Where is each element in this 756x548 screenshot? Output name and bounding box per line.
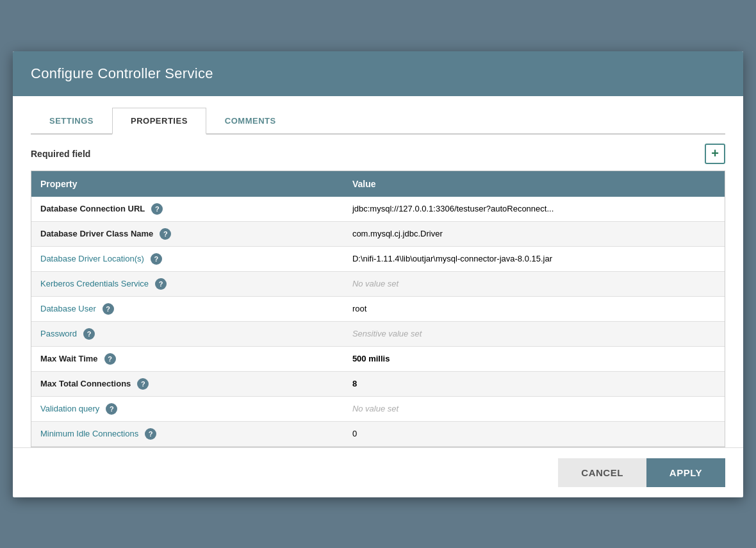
help-icon[interactable]: ?: [83, 328, 95, 340]
prop-value-cell[interactable]: D:\nifi-1.11.4\lib\outjar\mysql-connecto…: [343, 246, 725, 271]
prop-value: No value set: [352, 279, 399, 288]
prop-value-cell[interactable]: Sensitive value set: [343, 321, 725, 346]
help-icon[interactable]: ?: [145, 428, 156, 440]
apply-button[interactable]: APPLY: [646, 458, 725, 487]
prop-value-cell[interactable]: 0: [343, 421, 725, 446]
prop-value: com.mysql.cj.jdbc.Driver: [352, 229, 443, 238]
prop-name-cell: Database Driver Class Name?: [31, 221, 343, 246]
prop-name-cell: Max Idle Connections?: [31, 446, 343, 447]
required-field-row: Required field +: [31, 135, 725, 170]
prop-name-cell: Kerberos Credentials Service?: [31, 271, 343, 296]
help-icon[interactable]: ?: [137, 378, 149, 390]
help-icon[interactable]: ?: [104, 353, 116, 365]
prop-name-cell: Max Total Connections?: [31, 371, 343, 396]
col-property: Property: [31, 171, 343, 197]
dialog-title: Configure Controller Service: [31, 65, 213, 81]
prop-name: Kerberos Credentials Service: [40, 279, 149, 288]
prop-name: Database Driver Location(s): [40, 254, 144, 263]
prop-name: Minimum Idle Connections: [40, 429, 138, 438]
table-row: Max Total Connections?8: [31, 371, 725, 396]
prop-name-cell: Database User?: [31, 296, 343, 321]
prop-value-cell[interactable]: com.mysql.cj.jdbc.Driver: [343, 221, 725, 246]
table-row: Max Idle Connections?8: [31, 446, 725, 447]
prop-value: jdbc:mysql://127.0.0.1:3306/testuser?aut…: [352, 204, 554, 213]
help-icon[interactable]: ?: [103, 303, 114, 315]
table-row: Password?Sensitive value set: [31, 321, 725, 346]
tab-settings[interactable]: SETTINGS: [31, 108, 112, 135]
table-row: Database Driver Class Name?com.mysql.cj.…: [31, 221, 725, 246]
prop-value-cell[interactable]: 500 millis: [343, 346, 725, 371]
prop-value: root: [352, 304, 366, 313]
table-row: Validation query?No value set: [31, 396, 725, 421]
add-property-button[interactable]: +: [705, 144, 725, 164]
table-row: Database User?root: [31, 296, 725, 321]
prop-name: Database User: [40, 304, 96, 313]
table-row: Kerberos Credentials Service?No value se…: [31, 271, 725, 296]
table-row: Max Wait Time?500 millis: [31, 346, 725, 371]
prop-name-cell: Database Connection URL?: [31, 197, 343, 222]
prop-name-cell: Minimum Idle Connections?: [31, 421, 343, 446]
tabs-container: SETTINGSPROPERTIESCOMMENTS: [31, 108, 725, 135]
table-scroll-wrapper: Property Value Database Connection URL?j…: [31, 170, 725, 447]
prop-value-cell[interactable]: jdbc:mysql://127.0.0.1:3306/testuser?aut…: [343, 197, 725, 222]
prop-name-cell: Validation query?: [31, 396, 343, 421]
prop-value-cell[interactable]: 8: [343, 446, 725, 447]
tab-comments[interactable]: COMMENTS: [206, 108, 295, 135]
prop-value: 0: [352, 429, 357, 438]
prop-name-cell: Password?: [31, 321, 343, 346]
dialog-header: Configure Controller Service: [13, 51, 743, 96]
prop-name: Database Connection URL: [40, 204, 145, 213]
help-icon[interactable]: ?: [151, 203, 163, 215]
prop-name-cell: Max Wait Time?: [31, 346, 343, 371]
tab-properties[interactable]: PROPERTIES: [112, 108, 206, 135]
prop-value: No value set: [352, 404, 399, 413]
prop-value-cell[interactable]: root: [343, 296, 725, 321]
table-body: Database Connection URL?jdbc:mysql://127…: [31, 197, 725, 447]
prop-value: 500 millis: [352, 354, 390, 363]
prop-name: Max Total Connections: [40, 379, 131, 388]
cancel-button[interactable]: CANCEL: [558, 458, 646, 487]
prop-value-cell[interactable]: No value set: [343, 271, 725, 296]
prop-name: Validation query: [40, 404, 99, 413]
prop-name-cell: Database Driver Location(s)?: [31, 246, 343, 271]
dialog: Configure Controller Service SETTINGSPRO…: [13, 51, 743, 497]
dialog-footer: CANCEL APPLY: [13, 447, 743, 497]
help-icon[interactable]: ?: [151, 253, 162, 265]
help-icon[interactable]: ?: [160, 228, 171, 240]
table-row: Database Connection URL?jdbc:mysql://127…: [31, 197, 725, 222]
prop-value: Sensitive value set: [352, 329, 422, 338]
prop-value-cell[interactable]: 8: [343, 371, 725, 396]
col-value: Value: [343, 171, 725, 197]
properties-table: Property Value Database Connection URL?j…: [31, 171, 725, 447]
dialog-body: SETTINGSPROPERTIESCOMMENTS Required fiel…: [13, 96, 743, 447]
table-inner[interactable]: Property Value Database Connection URL?j…: [31, 171, 725, 447]
table-row: Database Driver Location(s)?D:\nifi-1.11…: [31, 246, 725, 271]
prop-name: Password: [40, 329, 77, 338]
prop-name: Database Driver Class Name: [40, 229, 153, 238]
prop-value-cell[interactable]: No value set: [343, 396, 725, 421]
table-header: Property Value: [31, 171, 725, 197]
table-row: Minimum Idle Connections?0: [31, 421, 725, 446]
help-icon[interactable]: ?: [155, 278, 167, 290]
required-field-label: Required field: [31, 149, 90, 159]
prop-name: Max Wait Time: [40, 354, 98, 363]
help-icon[interactable]: ?: [106, 403, 117, 415]
prop-value: 8: [352, 379, 357, 388]
prop-value: D:\nifi-1.11.4\lib\outjar\mysql-connecto…: [352, 254, 552, 263]
